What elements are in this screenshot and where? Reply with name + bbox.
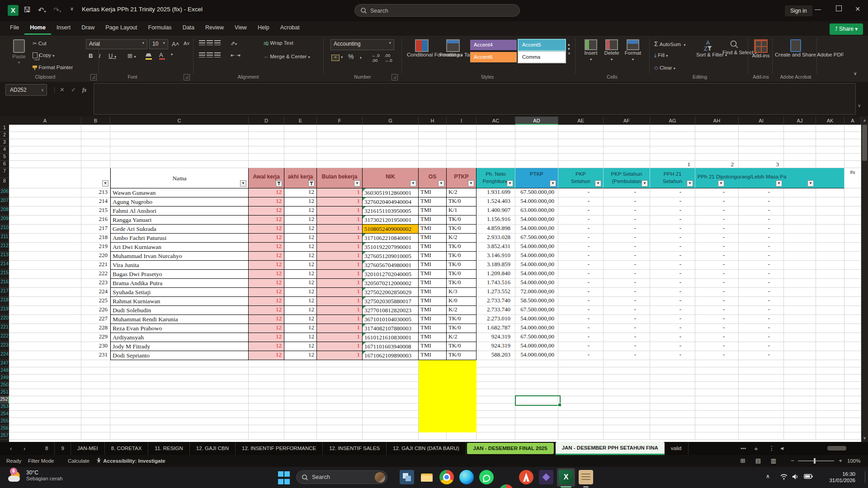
- sheet-tab-11-resign[interactable]: 11. RESIGN: [148, 442, 189, 455]
- grid-cell[interactable]: [558, 154, 604, 161]
- grid-cell[interactable]: [9, 132, 81, 139]
- grid-cell[interactable]: [816, 389, 844, 396]
- grid-cell[interactable]: [739, 146, 784, 154]
- grid-cell[interactable]: [558, 382, 604, 389]
- grid-cell[interactable]: [419, 125, 447, 132]
- grid-cell[interactable]: [604, 161, 650, 168]
- grid-cell[interactable]: [249, 161, 284, 168]
- grid-cell[interactable]: [9, 396, 81, 404]
- grid-cell[interactable]: [816, 432, 844, 440]
- zoom-level[interactable]: 100%: [847, 455, 860, 467]
- sheet-tab-12-gaji-cbn-data-baru-[interactable]: 12. GAJI CBN (DATA BARU): [387, 442, 466, 455]
- style-comma[interactable]: Comma: [519, 52, 565, 62]
- cell-ph-neto[interactable]: 3.189.859: [476, 261, 515, 270]
- grid-cell[interactable]: [81, 154, 110, 161]
- row-header-210[interactable]: 210: [0, 225, 9, 234]
- grid-cell[interactable]: [476, 396, 515, 404]
- cell-ptkp-setahun[interactable]: 54.000.000,00: [515, 324, 558, 333]
- cell-os[interactable]: TMI: [419, 270, 447, 279]
- cell-akhir-kerja[interactable]: 12: [284, 324, 317, 333]
- chrome-icon[interactable]: [439, 470, 454, 484]
- cell-dash[interactable]: -: [650, 315, 695, 324]
- filter-applied-funnel-icon[interactable]: [276, 180, 282, 187]
- grid-cell[interactable]: [476, 382, 515, 389]
- grid-cell[interactable]: [476, 404, 515, 411]
- cell-dash[interactable]: -: [739, 261, 784, 270]
- grid-cell[interactable]: [784, 396, 816, 404]
- sheet-menu-icon[interactable]: ⋮: [769, 442, 775, 455]
- grid-cell[interactable]: [739, 360, 784, 367]
- filter-dropdown-icon[interactable]: ▼: [410, 180, 416, 187]
- cell-dash[interactable]: -: [695, 324, 739, 333]
- cell-ph-neto[interactable]: 1.273.552: [476, 288, 515, 297]
- cell-dash[interactable]: -: [739, 197, 784, 206]
- row-header-252[interactable]: 252: [0, 396, 9, 404]
- grid-cell[interactable]: [284, 132, 317, 139]
- filter-dropdown-icon[interactable]: ▼: [595, 180, 601, 187]
- grid-cell[interactable]: [844, 288, 861, 297]
- grid-cell[interactable]: [9, 375, 81, 382]
- cell-name[interactable]: Jody M Fitrady: [110, 342, 249, 351]
- volume-icon[interactable]: [792, 474, 799, 480]
- grid-cell[interactable]: [844, 375, 861, 382]
- font-color-dropdown-icon[interactable]: ▾: [171, 52, 173, 56]
- grid-cell[interactable]: [816, 288, 844, 297]
- grid-cell[interactable]: [317, 418, 363, 425]
- grid-cell[interactable]: [363, 154, 419, 161]
- cell-ptkp[interactable]: TK/0: [447, 225, 476, 234]
- grid-cell[interactable]: [695, 125, 739, 132]
- clipboard-dialog-launcher-icon[interactable]: ◿: [90, 74, 97, 80]
- cell-dash[interactable]: -: [739, 342, 784, 351]
- cell-name[interactable]: Reza Evan Prabowo: [110, 324, 249, 333]
- grid-cell[interactable]: [695, 425, 739, 432]
- row-header-3[interactable]: 3: [0, 139, 9, 146]
- grid-cell[interactable]: [650, 139, 695, 146]
- grid-cell[interactable]: [363, 425, 419, 432]
- cell-ptkp-setahun[interactable]: 67.500.000,00: [515, 306, 558, 315]
- grid-cell[interactable]: [9, 306, 81, 315]
- tray-clock[interactable]: 16:30 31/01/2026: [829, 471, 855, 483]
- filter-dropdown-icon[interactable]: ▼: [240, 180, 246, 187]
- grid-cell[interactable]: [558, 432, 604, 440]
- grid-cell[interactable]: [650, 382, 695, 389]
- grid-cell[interactable]: [844, 197, 861, 206]
- cell-name[interactable]: Gede Ari Sukrada: [110, 225, 249, 234]
- row-header-224[interactable]: 224: [0, 351, 9, 360]
- grid-cell[interactable]: [317, 125, 363, 132]
- grid-cell[interactable]: [784, 270, 816, 279]
- cell-akhir-kerja[interactable]: 12: [284, 261, 317, 270]
- cell-number[interactable]: 223: [81, 279, 110, 288]
- increase-font-icon[interactable]: A˄: [172, 41, 179, 47]
- grid-cell[interactable]: [81, 411, 110, 418]
- grid-cell[interactable]: [784, 234, 816, 243]
- cell-ph-neto[interactable]: 1.524.403: [476, 197, 515, 206]
- grid-cell[interactable]: [9, 225, 81, 234]
- cell-akhir-kerja[interactable]: 12: [284, 188, 317, 197]
- grid-cell[interactable]: [844, 396, 861, 404]
- indent-icons[interactable]: ⇤ ⇥: [231, 52, 241, 58]
- cell-ph-neto[interactable]: 2.933.028: [476, 234, 515, 243]
- grid-cell[interactable]: [110, 382, 249, 389]
- grid-cell[interactable]: [739, 125, 784, 132]
- save-icon[interactable]: 🖫: [24, 6, 31, 14]
- grid-cell[interactable]: [9, 252, 81, 261]
- cell-name[interactable]: Muhammad Irvan Nurcahyo: [110, 252, 249, 261]
- grid-cell[interactable]: [515, 411, 558, 418]
- grid-cell[interactable]: [739, 418, 784, 425]
- grid-cell[interactable]: [844, 225, 861, 234]
- row-header-216[interactable]: 216: [0, 279, 9, 288]
- column-header-B[interactable]: B: [81, 117, 110, 125]
- yellow-highlight-region[interactable]: [419, 360, 476, 432]
- insert-cells-button[interactable]: Insert▾: [581, 39, 600, 62]
- cell-awal-kerja[interactable]: 12: [249, 197, 284, 206]
- cell-os[interactable]: TMI: [419, 306, 447, 315]
- purple-app-icon[interactable]: [539, 470, 553, 484]
- cell-dash[interactable]: -: [558, 197, 604, 206]
- cell-dash[interactable]: -: [650, 225, 695, 234]
- grid-cell[interactable]: [784, 146, 816, 154]
- row-header-2[interactable]: 2: [0, 132, 9, 139]
- show-desktop-sliver[interactable]: [865, 471, 867, 483]
- cell-awal-kerja[interactable]: 12: [249, 279, 284, 288]
- grid-cell[interactable]: [816, 161, 844, 168]
- grid-cell[interactable]: [9, 389, 81, 396]
